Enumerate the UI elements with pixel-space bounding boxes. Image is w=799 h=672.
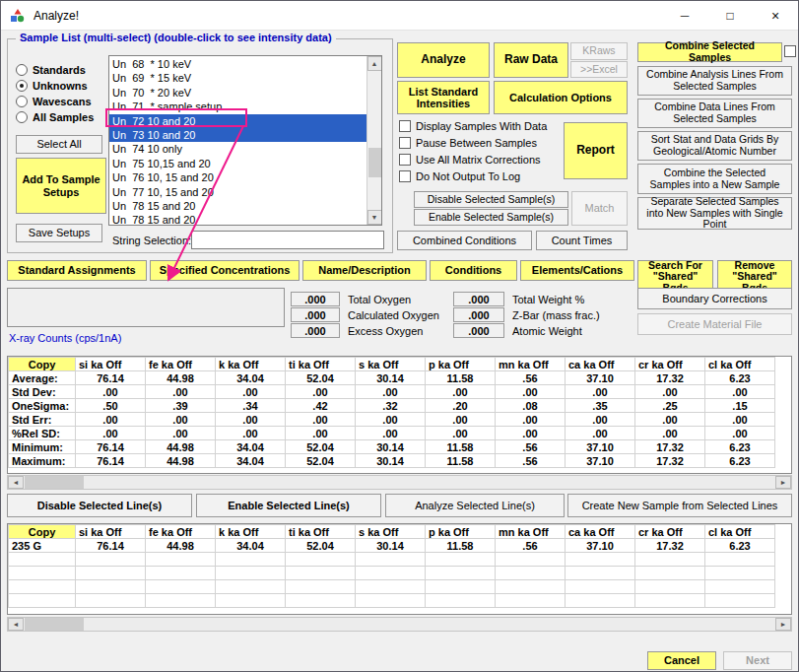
grid-cell[interactable] — [286, 580, 356, 594]
list-standard-intensities-button[interactable]: List Standard Intensities — [397, 81, 490, 114]
count-times-button[interactable]: Count Times — [536, 231, 628, 250]
combined-conditions-button[interactable]: Combined Conditions — [397, 231, 532, 250]
sample-list-item[interactable]: Un 72 10 and 20 — [109, 114, 366, 128]
sample-summary[interactable]: Un 72 10 and 20 TO = 40, KeV = 10, Beam … — [7, 288, 285, 327]
row-label[interactable]: 235 G — [9, 539, 76, 553]
create-new-sample-button[interactable]: Create New Sample from Selected Lines — [567, 494, 792, 517]
grid-cell[interactable] — [216, 594, 286, 608]
row-label[interactable] — [9, 594, 76, 608]
grid-cell[interactable] — [705, 594, 775, 608]
grid-cell[interactable] — [146, 567, 216, 580]
calculation-options-button[interactable]: Calculation Options — [494, 81, 628, 114]
combine-action-button[interactable]: Combine Analysis Lines From Selected Sam… — [637, 66, 792, 96]
grid-cell[interactable] — [286, 594, 356, 608]
option-do-not-output-to-log[interactable]: Do Not Output To Log — [399, 169, 547, 182]
combine-action-button[interactable]: Separate Selected Samples into New Sampl… — [637, 197, 792, 230]
column-header[interactable]: mn ka Off — [496, 525, 566, 539]
grid-cell[interactable]: 30.14 — [356, 539, 426, 553]
checkbox-icon[interactable] — [399, 137, 411, 149]
sample-mode-unknowns[interactable]: Unknowns — [16, 79, 94, 92]
sample-list-item[interactable]: Un 68 * 10 keV — [109, 57, 366, 71]
disable-selected-samples-button[interactable]: Disable Selected Sample(s) — [414, 191, 568, 208]
grid-cell[interactable]: 76.14 — [76, 539, 146, 553]
scroll-right-icon[interactable]: ► — [775, 618, 791, 631]
column-header[interactable]: s ka Off — [356, 358, 426, 371]
option-display-samples-with-data[interactable]: Display Samples With Data — [399, 119, 547, 132]
column-header[interactable]: fe ka Off — [146, 525, 216, 539]
select-all-button[interactable]: Select All — [16, 135, 102, 154]
radio-icon[interactable] — [16, 64, 28, 76]
combine-selected-samples-button[interactable]: Combine Selected Samples — [637, 42, 782, 62]
grid-cell[interactable] — [76, 553, 146, 567]
grid-cell[interactable] — [286, 553, 356, 567]
scroll-right-icon[interactable]: ► — [775, 476, 791, 489]
scroll-thumb[interactable] — [368, 148, 381, 177]
scroll-thumb[interactable] — [25, 618, 84, 631]
add-to-sample-setups-button[interactable]: Add To Sample Setups — [16, 158, 106, 214]
report-button[interactable]: Report — [564, 122, 628, 179]
radio-icon[interactable] — [16, 96, 28, 107]
column-header[interactable]: cr ka Off — [635, 525, 705, 539]
sample-listbox[interactable]: Un 68 * 10 keVUn 69 * 15 keVUn 70 * 20 k… — [108, 55, 382, 226]
maximize-icon[interactable]: □ — [707, 1, 753, 30]
raw-data-button[interactable]: Raw Data — [494, 42, 568, 78]
grid-cell[interactable] — [76, 594, 146, 608]
grid-cell[interactable] — [566, 580, 635, 594]
stats-grid-hscrollbar[interactable]: ◄ ► — [7, 475, 792, 490]
titlebar[interactable]: Analyze! ─ □ × — [1, 1, 798, 31]
analyze-button[interactable]: Analyze — [397, 42, 490, 78]
close-icon[interactable]: × — [753, 1, 798, 30]
disable-selected-lines-button[interactable]: Disable Selected Line(s) — [7, 494, 192, 517]
string-selection-input[interactable] — [191, 231, 384, 249]
combine-action-button[interactable]: Combine Data Lines From Selected Samples — [637, 99, 792, 128]
grid-cell[interactable] — [286, 567, 356, 580]
grid-cell[interactable]: 37.10 — [566, 539, 635, 553]
radio-icon[interactable] — [16, 111, 28, 123]
grid-cell[interactable]: 17.32 — [635, 539, 705, 553]
grid-cell[interactable] — [216, 580, 286, 594]
grid-cell[interactable] — [426, 553, 496, 567]
sample-list-item[interactable]: Un 70 * 20 keV — [109, 86, 366, 100]
sample-list-item[interactable]: Un 74 10 only — [109, 142, 366, 156]
column-header[interactable]: p ka Off — [426, 358, 496, 371]
grid-cell[interactable] — [496, 580, 566, 594]
row-label[interactable] — [9, 553, 76, 567]
save-setups-button[interactable]: Save Setups — [16, 224, 102, 242]
grid-cell[interactable] — [496, 567, 566, 580]
grid-cell[interactable] — [426, 594, 496, 608]
tab-standard-assignments[interactable]: Standard Assignments — [7, 260, 147, 281]
grid-cell[interactable] — [356, 580, 426, 594]
scroll-up-icon[interactable]: ▲ — [367, 56, 382, 71]
grid-cell[interactable]: 44.98 — [146, 539, 216, 553]
grid-cell[interactable] — [146, 594, 216, 608]
enable-selected-samples-button[interactable]: Enable Selected Sample(s) — [414, 209, 568, 226]
sample-list-item[interactable]: Un 71 * sample setup — [109, 100, 366, 113]
grid-cell[interactable] — [566, 567, 635, 580]
tab-specified-concentrations[interactable]: Specified Concentrations — [150, 260, 300, 281]
grid-cell[interactable]: 34.04 — [216, 539, 286, 553]
column-header[interactable]: ca ka Off — [566, 358, 635, 371]
grid-cell[interactable] — [146, 553, 216, 567]
grid-cell[interactable] — [146, 580, 216, 594]
grid-cell[interactable] — [635, 580, 705, 594]
scroll-track[interactable] — [84, 476, 775, 489]
grid-cell[interactable] — [356, 553, 426, 567]
grid-cell[interactable] — [426, 580, 496, 594]
combine-action-button[interactable]: Combine the Selected Samples into a New … — [637, 164, 792, 194]
column-header[interactable]: ti ka Off — [286, 358, 356, 371]
tab-name-description[interactable]: Name/Description — [302, 260, 427, 281]
row-label[interactable] — [9, 580, 76, 594]
radio-icon[interactable] — [16, 80, 28, 92]
sample-list-item[interactable]: Un 75 10,15 and 20 — [109, 157, 366, 170]
option-use-all-matrix-corrections[interactable]: Use All Matrix Corrections — [399, 153, 547, 166]
checkbox-icon[interactable] — [399, 170, 411, 182]
combine-action-button[interactable]: Sort Stat and Data Grids By Geological/A… — [637, 131, 792, 161]
sample-list-item[interactable]: Un 69 * 15 keV — [109, 71, 366, 85]
grid-cell[interactable]: .56 — [496, 539, 566, 553]
column-header[interactable]: si ka Off — [76, 525, 146, 539]
column-header[interactable]: cl ka Off — [705, 358, 775, 371]
grid-cell[interactable] — [356, 594, 426, 608]
sample-mode-standards[interactable]: Standards — [16, 63, 94, 76]
grid-cell[interactable] — [426, 567, 496, 580]
grid-cell[interactable] — [496, 553, 566, 567]
